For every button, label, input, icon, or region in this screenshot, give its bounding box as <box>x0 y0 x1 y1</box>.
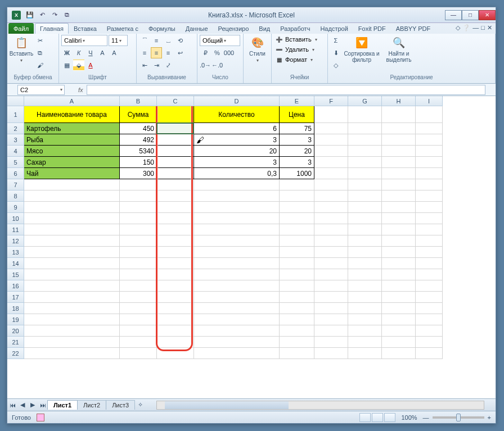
cell-B11[interactable] <box>120 224 157 235</box>
cell-D15[interactable] <box>194 269 280 280</box>
cell-F5[interactable] <box>314 157 348 168</box>
cell-D7[interactable] <box>194 179 280 190</box>
cell-I12[interactable] <box>416 235 443 247</box>
currency-button[interactable]: ₽ <box>200 47 211 58</box>
cell-A5[interactable]: Сахар <box>24 157 120 168</box>
qat-more[interactable]: ⧉ <box>62 11 71 20</box>
row-header-14[interactable]: 14 <box>7 258 24 269</box>
cell-B18[interactable] <box>120 303 157 314</box>
merge-button[interactable]: ⤦ <box>163 60 174 71</box>
qat-undo[interactable]: ↶ <box>38 11 47 20</box>
row-header-3[interactable]: 3 <box>7 134 24 146</box>
dec-decimal-button[interactable]: ←.0 <box>212 60 223 71</box>
cell-C10[interactable] <box>157 213 194 224</box>
cell-A4[interactable]: Мясо <box>24 146 120 157</box>
cell-G2[interactable] <box>348 123 382 134</box>
cell-C19[interactable] <box>157 314 194 325</box>
cell-A14[interactable] <box>24 258 120 269</box>
number-format-select[interactable]: Общий▾ <box>200 35 240 46</box>
cell-F19[interactable] <box>314 314 348 325</box>
innerwin-max[interactable]: □ <box>481 24 485 33</box>
format-painter-button[interactable]: 🖌 <box>34 60 46 71</box>
cell-B9[interactable] <box>120 202 157 213</box>
minimize-button[interactable]: — <box>445 10 462 20</box>
cell-E5[interactable]: 3 <box>280 157 314 168</box>
cell-I20[interactable] <box>416 325 443 337</box>
cell-I17[interactable] <box>416 292 443 303</box>
cell-F3[interactable] <box>314 134 348 146</box>
col-header-F[interactable]: F <box>314 96 348 106</box>
cell-E16[interactable] <box>280 280 314 292</box>
cell-F14[interactable] <box>314 258 348 269</box>
fill-color-button[interactable]: ⬙ <box>73 60 84 71</box>
cell-I13[interactable] <box>416 247 443 258</box>
cell-F4[interactable] <box>314 146 348 157</box>
cell-E15[interactable] <box>280 269 314 280</box>
col-header-G[interactable]: G <box>348 96 382 106</box>
cell-H18[interactable] <box>382 303 416 314</box>
cell-A16[interactable] <box>24 280 120 292</box>
cell-C13[interactable] <box>157 247 194 258</box>
cell-F8[interactable] <box>314 190 348 202</box>
cell-A8[interactable] <box>24 190 120 202</box>
zoom-out-button[interactable]: — <box>423 414 429 421</box>
cell-F22[interactable] <box>314 348 348 359</box>
inc-decimal-button[interactable]: .0→ <box>200 60 211 71</box>
cell-H13[interactable] <box>382 247 416 258</box>
cell-B12[interactable] <box>120 235 157 247</box>
cell-E19[interactable] <box>280 314 314 325</box>
cell-E6[interactable]: 1000 <box>280 168 314 179</box>
cell-G1[interactable] <box>348 106 382 123</box>
cell-B7[interactable] <box>120 179 157 190</box>
cell-I19[interactable] <box>416 314 443 325</box>
cell-H15[interactable] <box>382 269 416 280</box>
paste-options-icon[interactable]: 🖌 <box>196 135 206 146</box>
cell-H19[interactable] <box>382 314 416 325</box>
paste-button[interactable]: 📋 Вставить ▾ <box>10 35 33 74</box>
cell-A3[interactable]: Рыба <box>24 134 120 146</box>
qat-redo[interactable]: ↷ <box>50 11 59 20</box>
tab-abbyy[interactable]: ABBYY PDF <box>391 23 436 34</box>
cells-delete-button[interactable]: ➖Удалить▾ <box>274 45 325 54</box>
cell-D10[interactable] <box>194 213 280 224</box>
cell-E17[interactable] <box>280 292 314 303</box>
cell-I18[interactable] <box>416 303 443 314</box>
align-center-button[interactable]: ≡ <box>151 47 162 58</box>
cell-D9[interactable] <box>194 202 280 213</box>
qat-save[interactable]: 💾 <box>25 11 34 20</box>
cell-E14[interactable] <box>280 258 314 269</box>
formula-input[interactable] <box>87 85 485 95</box>
cell-I22[interactable] <box>416 348 443 359</box>
cell-D11[interactable] <box>194 224 280 235</box>
cell-I16[interactable] <box>416 280 443 292</box>
cell-A1[interactable]: Наименование товара <box>24 106 120 123</box>
cell-B15[interactable] <box>120 269 157 280</box>
sheet-nav-last[interactable]: ⏭ <box>38 400 48 410</box>
cell-F7[interactable] <box>314 179 348 190</box>
cell-D5[interactable]: 3 <box>194 157 280 168</box>
maximize-button[interactable]: □ <box>462 10 479 20</box>
cell-I9[interactable] <box>416 202 443 213</box>
cell-H8[interactable] <box>382 190 416 202</box>
cell-C20[interactable] <box>157 325 194 337</box>
cell-F20[interactable] <box>314 325 348 337</box>
align-bot-button[interactable]: ⎵ <box>163 35 174 46</box>
cell-G22[interactable] <box>348 348 382 359</box>
cell-I1[interactable] <box>416 106 443 123</box>
cell-A2[interactable]: Картофель <box>24 123 120 134</box>
cell-G8[interactable] <box>348 190 382 202</box>
cell-C18[interactable] <box>157 303 194 314</box>
view-page-button[interactable] <box>372 413 383 422</box>
cell-I6[interactable] <box>416 168 443 179</box>
cell-G16[interactable] <box>348 280 382 292</box>
row-header-4[interactable]: 4 <box>7 146 24 157</box>
indent-inc-button[interactable]: ⇥ <box>151 60 162 71</box>
cell-H14[interactable] <box>382 258 416 269</box>
italic-button[interactable]: К <box>73 47 84 58</box>
col-header-D[interactable]: D <box>194 96 280 106</box>
cell-H20[interactable] <box>382 325 416 337</box>
cell-C14[interactable] <box>157 258 194 269</box>
cell-H17[interactable] <box>382 292 416 303</box>
cell-G10[interactable] <box>348 213 382 224</box>
sort-filter-button[interactable]: 🔽 Сортировка и фильтр <box>343 35 381 74</box>
